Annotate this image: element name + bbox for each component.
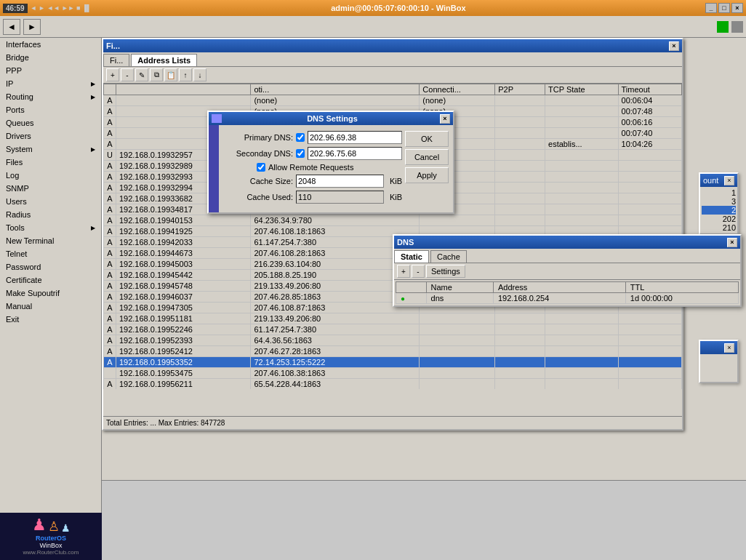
move-up-btn[interactable]: ↑ — [179, 68, 192, 81]
count-panel-2-titlebar: × — [700, 341, 737, 354]
table-row[interactable]: 192.168.0.19953475207.46.108.38:1863 — [104, 368, 682, 379]
sidebar-item-radius[interactable]: Radius — [0, 208, 101, 221]
firewall-status-bar: Total Entries: ... Max Entries: 847728 — [103, 416, 682, 429]
winbox-label: WinBox — [3, 542, 99, 549]
table-row[interactable]: A192.168.0.19952412207.46.27.28:1863 — [104, 346, 682, 357]
dns-dialog-close[interactable]: × — [440, 114, 450, 124]
dns-popup-titlebar: DNS × — [394, 236, 740, 249]
dns-col-name: Name — [426, 282, 493, 293]
close-btn[interactable]: × — [731, 3, 743, 13]
dns-settings-dialog: DNS Settings × Primary DNS: Seconday DNS… — [207, 111, 454, 214]
sidebar-item-drivers[interactable]: Drivers — [0, 129, 101, 143]
remove-rule-btn[interactable]: - — [121, 68, 134, 81]
primary-dns-row: Primary DNS: — [220, 131, 402, 144]
sidebar-item-routing[interactable]: Routing — [0, 90, 101, 103]
count-panel-1-close[interactable]: × — [724, 176, 734, 185]
sidebar-item-queues[interactable]: Queues — [0, 116, 101, 129]
table-row[interactable]: A192.168.0.1995224661.147.254.7:380 — [104, 324, 682, 335]
count-value-5: 210 — [702, 223, 736, 232]
tab-address-lists[interactable]: Address Lists — [131, 54, 197, 66]
sidebar-item-ports[interactable]: Ports — [0, 103, 101, 116]
sidebar-item-telnet[interactable]: Telnet — [0, 247, 101, 260]
back-button[interactable]: ◄ — [3, 19, 20, 35]
add-rule-btn[interactable]: + — [106, 68, 119, 81]
dns-remove-btn[interactable]: - — [412, 265, 425, 278]
edit-rule-btn[interactable]: ✎ — [135, 68, 148, 81]
allow-remote-label: Allow Remote Requests — [268, 163, 353, 172]
paste-rule-btn[interactable]: 📋 — [164, 68, 177, 81]
dns-side-marker — [209, 125, 219, 212]
sidebar-item-make-supoutrif[interactable]: Make Supoutrif — [0, 287, 101, 300]
dns-popup-close[interactable]: × — [727, 238, 737, 247]
sidebar-item-system[interactable]: System — [0, 143, 101, 156]
sidebar-item-bridge[interactable]: Bridge — [0, 51, 101, 64]
sidebar-item-manual[interactable]: Manual — [0, 300, 101, 313]
firewall-window-titlebar[interactable]: Fi... × — [103, 39, 682, 52]
table-row[interactable]: A192.168.0.19951181219.133.49.206:80 — [104, 313, 682, 324]
maximize-btn[interactable]: □ — [718, 3, 730, 13]
dns-popup-toolbar: + - Settings — [394, 263, 740, 280]
dns-ok-btn[interactable]: OK — [405, 131, 449, 147]
table-row[interactable]: A(none)(none)00:06:04 — [104, 95, 682, 106]
dns-dialog-body: Primary DNS: Seconday DNS: Allow Remote … — [209, 125, 453, 212]
tab-fi[interactable]: Fi... — [103, 54, 129, 66]
sidebar-item-tools[interactable]: Tools — [0, 221, 101, 234]
count-value-3: 2 — [702, 206, 736, 215]
cache-used-label: Cache Used: — [220, 193, 293, 201]
title-bar: 46:59 ◄ ► ◄◄ ►► ■ ▐▌ admin@00:05:07:60:0… — [0, 0, 746, 16]
primary-dns-input[interactable] — [308, 131, 402, 144]
sidebar-item-password[interactable]: Password — [0, 260, 101, 273]
primary-dns-label: Primary DNS: — [220, 133, 293, 142]
table-row[interactable]: A192.168.0.1995239364.4.36.56:1863 — [104, 335, 682, 346]
secondary-dns-input[interactable] — [308, 147, 402, 160]
window-title: admin@00:05:07:60:00:10 - WinBox — [331, 4, 465, 12]
cache-used-input[interactable] — [296, 191, 384, 204]
sidebar-item-ip[interactable]: IP — [0, 77, 101, 90]
count-panel-2-close[interactable]: × — [724, 343, 734, 353]
count-value-2: 3 — [702, 197, 736, 206]
allow-remote-checkbox[interactable] — [257, 163, 265, 172]
bottom-area — [102, 480, 746, 560]
count-value-1: 1 — [702, 188, 736, 197]
count-panel-1: ount × 1 3 2 202 210 — [699, 172, 739, 235]
table-row[interactable]: A192.168.0.1995621165.54.228.44:1863 — [104, 379, 682, 390]
sidebar-item-exit[interactable]: Exit — [0, 313, 101, 326]
forward-button[interactable]: ► — [23, 19, 41, 35]
dns-apply-btn[interactable]: Apply — [405, 167, 449, 183]
col-marker — [104, 84, 116, 95]
cache-size-row: Cache Size: KiB — [220, 175, 402, 188]
sidebar-item-log[interactable]: Log — [0, 169, 101, 182]
move-down-btn[interactable]: ↓ — [193, 68, 206, 81]
table-row selected[interactable]: A192.168.0.1995335272.14.253.125:5222 — [104, 357, 682, 368]
firewall-close-btn[interactable]: × — [669, 41, 679, 51]
dns-tab-static[interactable]: Static — [394, 250, 429, 263]
col-p2p: P2P — [495, 84, 545, 95]
sidebar-item-users[interactable]: Users — [0, 195, 101, 208]
main-toolbar: ◄ ► — [0, 16, 746, 38]
dns-tab-cache[interactable]: Cache — [430, 250, 467, 263]
sidebar-item-snmp[interactable]: SNMP — [0, 182, 101, 195]
sidebar-item-ppp[interactable]: PPP — [0, 64, 101, 77]
sidebar-item-certificate[interactable]: Certificate — [0, 273, 101, 287]
sidebar-item-interfaces[interactable]: Interfaces — [0, 38, 101, 51]
dns-popup-table: Name Address TTL ● dns 192.168.0.254 1d … — [396, 281, 739, 304]
copy-rule-btn[interactable]: ⧉ — [150, 68, 163, 81]
sidebar-logo: ♟ ♙ ♟ RouterOS WinBox www.RouterClub.com — [0, 513, 102, 560]
dns-table-row[interactable]: ● dns 192.168.0.254 1d 00:00:00 — [396, 293, 739, 304]
sidebar-item-new-terminal[interactable]: New Terminal — [0, 234, 101, 247]
primary-dns-checkbox[interactable] — [296, 133, 305, 142]
sidebar-item-files[interactable]: Files — [0, 156, 101, 169]
count-panel-2: × — [699, 340, 739, 383]
secondary-dns-checkbox[interactable] — [296, 149, 305, 158]
minimize-btn[interactable]: _ — [705, 3, 717, 13]
cache-size-input[interactable] — [296, 175, 384, 188]
secondary-dns-label: Seconday DNS: — [220, 149, 293, 158]
connection-status-green — [717, 21, 729, 33]
site-label: www.RouterClub.com — [3, 549, 99, 556]
col-action: oti... — [251, 84, 420, 95]
table-row[interactable]: A192.168.0.1994015364.236.34.9:780 — [104, 215, 682, 226]
dns-cancel-btn[interactable]: Cancel — [405, 149, 449, 165]
dns-dialog-title: DNS Settings — [307, 114, 358, 123]
dns-add-btn[interactable]: + — [397, 265, 410, 278]
dns-settings-btn[interactable]: Settings — [426, 265, 465, 278]
